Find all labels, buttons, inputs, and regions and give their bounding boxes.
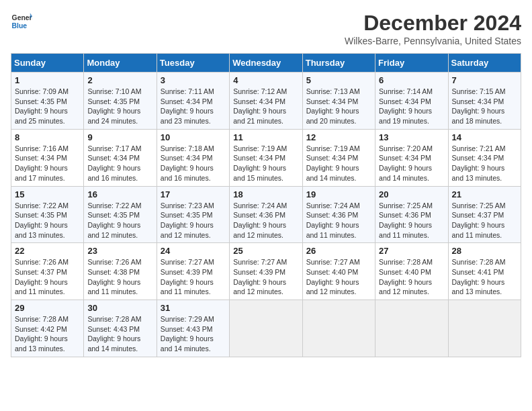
calendar-day-cell: 5Sunrise: 7:13 AMSunset: 4:34 PMDaylight… — [302, 73, 375, 130]
calendar-day-cell: 13Sunrise: 7:20 AMSunset: 4:34 PMDayligh… — [375, 129, 448, 186]
day-info: Sunrise: 7:28 AMSunset: 4:41 PMDaylight:… — [452, 258, 506, 295]
day-number: 16 — [87, 189, 152, 199]
calendar-day-cell: 19Sunrise: 7:24 AMSunset: 4:36 PMDayligh… — [302, 186, 375, 243]
day-info: Sunrise: 7:24 AMSunset: 4:36 PMDaylight:… — [306, 201, 360, 239]
day-number: 26 — [306, 246, 371, 256]
day-number: 14 — [452, 132, 517, 142]
calendar-table: SundayMondayTuesdayWednesdayThursdayFrid… — [11, 53, 521, 357]
day-info: Sunrise: 7:22 AMSunset: 4:35 PMDaylight:… — [87, 201, 141, 239]
calendar-day-cell: 7Sunrise: 7:15 AMSunset: 4:34 PMDaylight… — [448, 73, 521, 130]
weekday-header: SundayMondayTuesdayWednesdayThursdayFrid… — [11, 54, 521, 73]
day-info: Sunrise: 7:26 AMSunset: 4:38 PMDaylight:… — [87, 258, 141, 295]
weekday-header-cell: Thursday — [302, 54, 375, 73]
day-info: Sunrise: 7:19 AMSunset: 4:34 PMDaylight:… — [233, 144, 287, 182]
day-number: 21 — [452, 189, 517, 199]
calendar-day-cell: 21Sunrise: 7:25 AMSunset: 4:37 PMDayligh… — [448, 186, 521, 243]
calendar-day-cell: 16Sunrise: 7:22 AMSunset: 4:35 PMDayligh… — [84, 186, 157, 243]
day-number: 5 — [306, 75, 371, 85]
calendar-week-row: 22Sunrise: 7:26 AMSunset: 4:37 PMDayligh… — [11, 243, 521, 300]
calendar-day-cell: 23Sunrise: 7:26 AMSunset: 4:38 PMDayligh… — [84, 243, 157, 300]
day-number: 31 — [161, 303, 226, 313]
day-info: Sunrise: 7:12 AMSunset: 4:34 PMDaylight:… — [233, 87, 287, 125]
calendar-week-row: 1Sunrise: 7:09 AMSunset: 4:35 PMDaylight… — [11, 73, 521, 130]
day-info: Sunrise: 7:19 AMSunset: 4:34 PMDaylight:… — [306, 144, 360, 182]
weekday-header-cell: Saturday — [448, 54, 521, 73]
day-number: 2 — [87, 75, 152, 85]
day-info: Sunrise: 7:29 AMSunset: 4:43 PMDaylight:… — [161, 315, 214, 353]
weekday-header-cell: Sunday — [11, 54, 84, 73]
svg-text:General: General — [12, 14, 32, 21]
calendar-day-cell: 31Sunrise: 7:29 AMSunset: 4:43 PMDayligh… — [157, 300, 229, 357]
day-number: 3 — [161, 75, 226, 85]
calendar-week-row: 29Sunrise: 7:28 AMSunset: 4:42 PMDayligh… — [11, 300, 521, 357]
calendar-day-cell: 15Sunrise: 7:22 AMSunset: 4:35 PMDayligh… — [11, 186, 84, 243]
calendar-day-cell — [375, 300, 448, 357]
day-number: 30 — [87, 303, 152, 313]
calendar-day-cell: 3Sunrise: 7:11 AMSunset: 4:34 PMDaylight… — [157, 73, 229, 130]
day-info: Sunrise: 7:11 AMSunset: 4:34 PMDaylight:… — [161, 87, 214, 125]
day-number: 18 — [233, 189, 298, 199]
day-number: 24 — [161, 246, 226, 256]
calendar-day-cell: 25Sunrise: 7:27 AMSunset: 4:39 PMDayligh… — [230, 243, 302, 300]
calendar-day-cell: 17Sunrise: 7:23 AMSunset: 4:35 PMDayligh… — [157, 186, 229, 243]
day-info: Sunrise: 7:22 AMSunset: 4:35 PMDaylight:… — [15, 201, 69, 239]
day-info: Sunrise: 7:18 AMSunset: 4:34 PMDaylight:… — [161, 144, 214, 182]
weekday-header-cell: Tuesday — [157, 54, 229, 73]
calendar-day-cell: 10Sunrise: 7:18 AMSunset: 4:34 PMDayligh… — [157, 129, 229, 186]
day-number: 1 — [15, 75, 80, 85]
day-info: Sunrise: 7:10 AMSunset: 4:35 PMDaylight:… — [87, 87, 141, 125]
calendar-body: 1Sunrise: 7:09 AMSunset: 4:35 PMDaylight… — [11, 73, 521, 357]
logo: General Blue — [11, 11, 32, 32]
logo-icon: General Blue — [11, 11, 32, 32]
day-info: Sunrise: 7:13 AMSunset: 4:34 PMDaylight:… — [306, 87, 360, 125]
day-number: 22 — [15, 246, 80, 256]
day-info: Sunrise: 7:17 AMSunset: 4:34 PMDaylight:… — [87, 144, 141, 182]
day-info: Sunrise: 7:16 AMSunset: 4:34 PMDaylight:… — [15, 144, 69, 182]
day-info: Sunrise: 7:25 AMSunset: 4:36 PMDaylight:… — [379, 201, 433, 239]
day-info: Sunrise: 7:25 AMSunset: 4:37 PMDaylight:… — [452, 201, 506, 239]
header: General Blue December 2024 Wilkes-Barre,… — [11, 11, 521, 46]
day-number: 10 — [161, 132, 226, 142]
day-number: 12 — [306, 132, 371, 142]
day-number: 19 — [306, 189, 371, 199]
calendar-day-cell: 6Sunrise: 7:14 AMSunset: 4:34 PMDaylight… — [375, 73, 448, 130]
calendar-day-cell: 29Sunrise: 7:28 AMSunset: 4:42 PMDayligh… — [11, 300, 84, 357]
day-info: Sunrise: 7:27 AMSunset: 4:39 PMDaylight:… — [161, 258, 214, 295]
calendar-day-cell: 28Sunrise: 7:28 AMSunset: 4:41 PMDayligh… — [448, 243, 521, 300]
day-info: Sunrise: 7:28 AMSunset: 4:40 PMDaylight:… — [379, 258, 433, 295]
weekday-header-cell: Friday — [375, 54, 448, 73]
weekday-header-cell: Monday — [84, 54, 157, 73]
day-number: 9 — [87, 132, 152, 142]
calendar-day-cell: 27Sunrise: 7:28 AMSunset: 4:40 PMDayligh… — [375, 243, 448, 300]
day-info: Sunrise: 7:28 AMSunset: 4:42 PMDaylight:… — [15, 315, 69, 353]
calendar-day-cell: 8Sunrise: 7:16 AMSunset: 4:34 PMDaylight… — [11, 129, 84, 186]
day-number: 6 — [379, 75, 444, 85]
day-number: 29 — [15, 303, 80, 313]
day-number: 20 — [379, 189, 444, 199]
day-number: 17 — [161, 189, 226, 199]
day-number: 25 — [233, 246, 298, 256]
day-number: 4 — [233, 75, 298, 85]
calendar-day-cell: 1Sunrise: 7:09 AMSunset: 4:35 PMDaylight… — [11, 73, 84, 130]
day-info: Sunrise: 7:09 AMSunset: 4:35 PMDaylight:… — [15, 87, 69, 125]
day-info: Sunrise: 7:24 AMSunset: 4:36 PMDaylight:… — [233, 201, 287, 239]
day-info: Sunrise: 7:26 AMSunset: 4:37 PMDaylight:… — [15, 258, 69, 295]
calendar-day-cell: 12Sunrise: 7:19 AMSunset: 4:34 PMDayligh… — [302, 129, 375, 186]
weekday-header-cell: Wednesday — [230, 54, 302, 73]
day-number: 23 — [87, 246, 152, 256]
day-info: Sunrise: 7:27 AMSunset: 4:40 PMDaylight:… — [306, 258, 360, 295]
svg-text:Blue: Blue — [12, 22, 28, 30]
title-area: December 2024 Wilkes-Barre, Pennsylvania… — [345, 11, 521, 46]
calendar-day-cell: 22Sunrise: 7:26 AMSunset: 4:37 PMDayligh… — [11, 243, 84, 300]
calendar-week-row: 15Sunrise: 7:22 AMSunset: 4:35 PMDayligh… — [11, 186, 521, 243]
calendar-day-cell: 2Sunrise: 7:10 AMSunset: 4:35 PMDaylight… — [84, 73, 157, 130]
calendar-day-cell: 30Sunrise: 7:28 AMSunset: 4:43 PMDayligh… — [84, 300, 157, 357]
day-info: Sunrise: 7:27 AMSunset: 4:39 PMDaylight:… — [233, 258, 287, 295]
day-number: 15 — [15, 189, 80, 199]
calendar-day-cell — [230, 300, 302, 357]
day-info: Sunrise: 7:21 AMSunset: 4:34 PMDaylight:… — [452, 144, 506, 182]
day-number: 27 — [379, 246, 444, 256]
location: Wilkes-Barre, Pennsylvania, United State… — [345, 36, 521, 46]
calendar-day-cell: 4Sunrise: 7:12 AMSunset: 4:34 PMDaylight… — [230, 73, 302, 130]
day-number: 8 — [15, 132, 80, 142]
